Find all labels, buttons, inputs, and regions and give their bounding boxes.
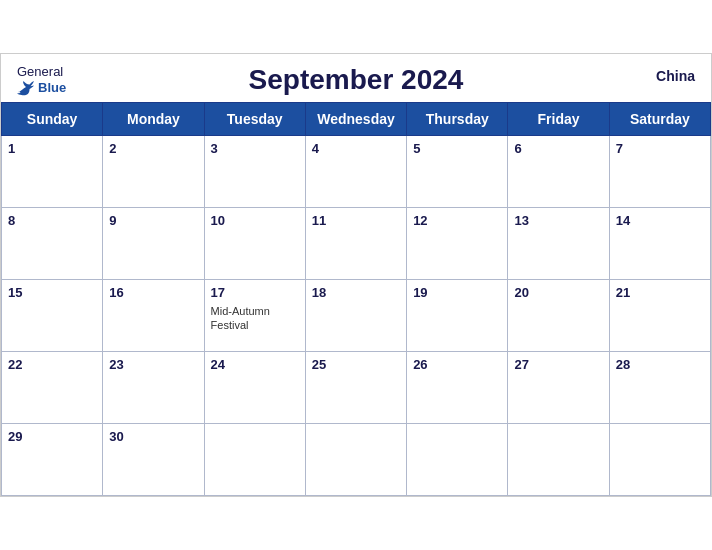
calendar-cell: 30 xyxy=(103,424,204,496)
header-tuesday: Tuesday xyxy=(204,103,305,136)
calendar-cell: 9 xyxy=(103,208,204,280)
day-number: 22 xyxy=(8,356,96,374)
calendar-week-row: 1234567 xyxy=(2,136,711,208)
country-label: China xyxy=(656,68,695,84)
day-number: 7 xyxy=(616,140,704,158)
day-number: 8 xyxy=(8,212,96,230)
day-number: 14 xyxy=(616,212,704,230)
calendar-cell: 19 xyxy=(407,280,508,352)
day-number: 24 xyxy=(211,356,299,374)
calendar-cell: 29 xyxy=(2,424,103,496)
day-number: 4 xyxy=(312,140,400,158)
calendar-cell: 24 xyxy=(204,352,305,424)
calendar-cell: 27 xyxy=(508,352,609,424)
day-number: 15 xyxy=(8,284,96,302)
calendar-cell: 23 xyxy=(103,352,204,424)
calendar-cell: 18 xyxy=(305,280,406,352)
header-saturday: Saturday xyxy=(609,103,710,136)
header-sunday: Sunday xyxy=(2,103,103,136)
calendar-cell: 11 xyxy=(305,208,406,280)
day-number: 3 xyxy=(211,140,299,158)
day-number: 18 xyxy=(312,284,400,302)
calendar-cell: 14 xyxy=(609,208,710,280)
calendar-cell: 22 xyxy=(2,352,103,424)
calendar-cell: 21 xyxy=(609,280,710,352)
calendar-cell: 10 xyxy=(204,208,305,280)
calendar-table: Sunday Monday Tuesday Wednesday Thursday… xyxy=(1,102,711,496)
calendar-cell: 1 xyxy=(2,136,103,208)
calendar-cell: 7 xyxy=(609,136,710,208)
day-number: 17 xyxy=(211,284,299,302)
calendar-cell: 26 xyxy=(407,352,508,424)
calendar-title: September 2024 xyxy=(249,64,464,96)
day-number: 2 xyxy=(109,140,197,158)
calendar-cell xyxy=(508,424,609,496)
brand-logo: General Blue xyxy=(17,64,66,96)
calendar-cell: 4 xyxy=(305,136,406,208)
brand-general-text: General xyxy=(17,64,63,80)
calendar-week-row: 891011121314 xyxy=(2,208,711,280)
day-number: 30 xyxy=(109,428,197,446)
event-text: Mid-Autumn Festival xyxy=(211,304,299,333)
calendar-cell: 28 xyxy=(609,352,710,424)
calendar-cell: 12 xyxy=(407,208,508,280)
calendar-cell: 2 xyxy=(103,136,204,208)
brand-blue-text: Blue xyxy=(17,80,66,96)
day-number: 21 xyxy=(616,284,704,302)
calendar-header: General Blue September 2024 China xyxy=(1,54,711,102)
calendar-cell: 16 xyxy=(103,280,204,352)
day-number: 19 xyxy=(413,284,501,302)
day-number: 28 xyxy=(616,356,704,374)
header-thursday: Thursday xyxy=(407,103,508,136)
header-monday: Monday xyxy=(103,103,204,136)
calendar-cell xyxy=(204,424,305,496)
day-number: 5 xyxy=(413,140,501,158)
calendar-cell xyxy=(407,424,508,496)
weekday-header-row: Sunday Monday Tuesday Wednesday Thursday… xyxy=(2,103,711,136)
day-number: 20 xyxy=(514,284,602,302)
calendar-cell: 17Mid-Autumn Festival xyxy=(204,280,305,352)
calendar-week-row: 151617Mid-Autumn Festival18192021 xyxy=(2,280,711,352)
day-number: 9 xyxy=(109,212,197,230)
calendar-container: General Blue September 2024 China Sunday… xyxy=(0,53,712,497)
day-number: 11 xyxy=(312,212,400,230)
day-number: 6 xyxy=(514,140,602,158)
calendar-cell: 6 xyxy=(508,136,609,208)
day-number: 27 xyxy=(514,356,602,374)
header-wednesday: Wednesday xyxy=(305,103,406,136)
calendar-cell: 20 xyxy=(508,280,609,352)
day-number: 12 xyxy=(413,212,501,230)
day-number: 16 xyxy=(109,284,197,302)
day-number: 25 xyxy=(312,356,400,374)
day-number: 10 xyxy=(211,212,299,230)
calendar-cell: 5 xyxy=(407,136,508,208)
calendar-cell xyxy=(305,424,406,496)
calendar-cell: 8 xyxy=(2,208,103,280)
calendar-week-row: 2930 xyxy=(2,424,711,496)
day-number: 26 xyxy=(413,356,501,374)
brand-bird-icon xyxy=(17,80,35,96)
calendar-cell xyxy=(609,424,710,496)
calendar-cell: 25 xyxy=(305,352,406,424)
calendar-cell: 3 xyxy=(204,136,305,208)
calendar-cell: 15 xyxy=(2,280,103,352)
calendar-week-row: 22232425262728 xyxy=(2,352,711,424)
day-number: 23 xyxy=(109,356,197,374)
day-number: 29 xyxy=(8,428,96,446)
calendar-cell: 13 xyxy=(508,208,609,280)
day-number: 1 xyxy=(8,140,96,158)
day-number: 13 xyxy=(514,212,602,230)
header-friday: Friday xyxy=(508,103,609,136)
